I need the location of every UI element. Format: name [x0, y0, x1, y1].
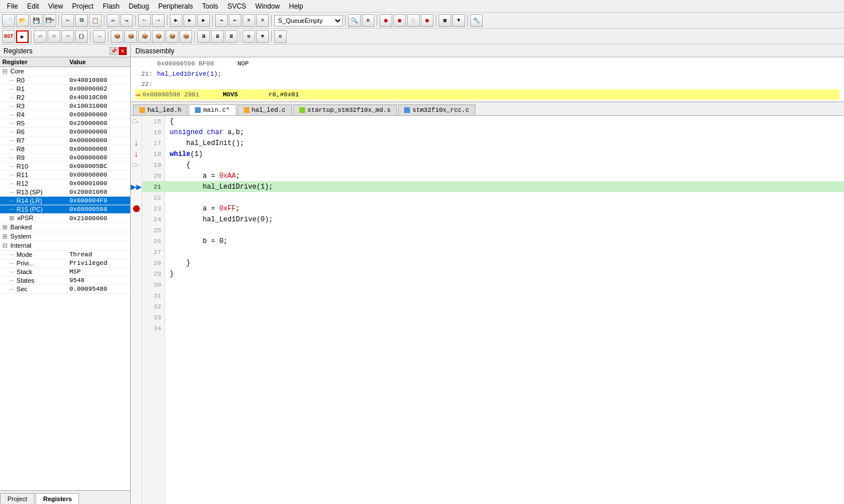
tb2-b17[interactable]: ⚙: [274, 30, 287, 43]
reg-row[interactable]: ─ States9548: [0, 276, 130, 285]
toolbar-new[interactable]: 📄: [2, 14, 15, 27]
reg-row[interactable]: ─ R40x00000000: [0, 111, 130, 119]
tab-project[interactable]: Project: [0, 493, 34, 504]
tb2-b11[interactable]: 📦: [179, 30, 192, 43]
toolbar-b3[interactable]: ▶: [197, 14, 210, 27]
toolbar-undo[interactable]: ↩: [107, 14, 119, 27]
toolbar-b6[interactable]: ▼: [452, 14, 465, 27]
reg-row[interactable]: ─ R13 (SP)0x20001060: [0, 188, 130, 197]
menu-debug[interactable]: Debug: [124, 1, 154, 11]
tb2-b14[interactable]: 🖥: [225, 30, 237, 43]
menu-flash[interactable]: Flash: [98, 1, 124, 11]
code-line[interactable]: }: [165, 257, 844, 268]
code-line[interactable]: {: [165, 116, 844, 127]
toolbar-redo[interactable]: ↪: [120, 14, 133, 27]
expand-icon[interactable]: □-: [132, 118, 140, 125]
code-line[interactable]: [165, 192, 844, 203]
toolbar-circle1[interactable]: ●: [380, 14, 392, 27]
code-line[interactable]: a = 0xAA;: [165, 170, 844, 181]
reg-row[interactable]: ─ R60x00000000: [0, 128, 130, 136]
code-line[interactable]: [165, 301, 844, 312]
code-line[interactable]: {: [165, 159, 844, 170]
reg-row[interactable]: ⊞ xPSR0x21000000: [0, 214, 130, 223]
function-dropdown[interactable]: S_QueueEmpty: [274, 15, 343, 26]
tb2-b13[interactable]: 🖥: [211, 30, 224, 43]
panel-close-icon[interactable]: ✕: [119, 47, 127, 55]
reg-row[interactable]: ─ R10x00000002: [0, 85, 130, 93]
code-line[interactable]: hal_Led1Drive(0);: [165, 214, 844, 225]
rst-button[interactable]: RST: [2, 30, 15, 43]
menu-window[interactable]: Window: [251, 1, 284, 11]
debug-run-btn[interactable]: ▶: [16, 30, 29, 43]
menu-tools[interactable]: Tools: [198, 1, 223, 11]
toolbar-wrench[interactable]: 🔧: [470, 14, 483, 27]
code-line[interactable]: [165, 290, 844, 301]
tb2-b15[interactable]: ⊞: [243, 30, 255, 43]
reg-row[interactable]: ─ Sec0.00095480: [0, 285, 130, 294]
toolbar-circle3[interactable]: ○: [407, 14, 420, 27]
reg-row[interactable]: ─ R50x20000000: [0, 119, 130, 128]
toolbar-b4[interactable]: ⚙: [362, 14, 374, 27]
reg-row[interactable]: ─ R15 (PC)0x08000598: [0, 205, 130, 214]
toolbar-format2[interactable]: ≡: [256, 14, 269, 27]
code-line[interactable]: unsigned char a,b;: [165, 127, 844, 138]
toolbar-circle4[interactable]: ●: [421, 14, 433, 27]
tb2-b2[interactable]: ⏎: [48, 30, 60, 43]
toolbar-copy[interactable]: ⧉: [75, 14, 88, 27]
tb2-b6[interactable]: 📦: [111, 30, 123, 43]
code-line[interactable]: [165, 323, 844, 334]
reg-row[interactable]: ─ R100x080005BC: [0, 162, 130, 171]
code-line[interactable]: b = 0;: [165, 236, 844, 247]
menu-help[interactable]: Help: [284, 1, 308, 11]
tb2-b4[interactable]: {}: [75, 30, 88, 43]
toolbar-nav-back[interactable]: ←: [138, 14, 151, 27]
tab-hal-led-h[interactable]: hal_led.h: [133, 104, 187, 115]
code-line[interactable]: hal_Led1Drive(1);: [165, 181, 844, 192]
reg-row[interactable]: ⊞ System: [0, 232, 130, 241]
toolbar-save-all[interactable]: 💾+: [44, 14, 56, 27]
toolbar-b2[interactable]: ▶: [183, 14, 196, 27]
toolbar-cut[interactable]: ✂: [61, 14, 74, 27]
tab-hal-led-c[interactable]: hal_led.c: [237, 104, 292, 115]
reg-row[interactable]: ─ R20x40010C00: [0, 93, 130, 102]
menu-peripherals[interactable]: Peripherals: [154, 1, 198, 11]
toolbar-indent[interactable]: ⇥: [215, 14, 228, 27]
toolbar-save[interactable]: 💾: [30, 14, 42, 27]
toolbar-paste[interactable]: 📋: [89, 14, 101, 27]
reg-row[interactable]: ─ R110x00000000: [0, 171, 130, 179]
toolbar-nav-fwd[interactable]: →: [152, 14, 165, 27]
code-line[interactable]: [165, 279, 844, 290]
code-line[interactable]: [165, 312, 844, 323]
reg-row[interactable]: ─ R30x10031000: [0, 102, 130, 111]
reg-row[interactable]: ─ R00x40010800: [0, 76, 130, 85]
code-lines[interactable]: { unsigned char a,b; hal_LedInit(); whil…: [165, 116, 844, 504]
reg-row[interactable]: ─ R14 (LR)0x080004F9: [0, 197, 130, 205]
tb2-b1[interactable]: ⏎: [34, 30, 46, 43]
menu-file[interactable]: File: [2, 1, 22, 11]
panel-pin-icon[interactable]: 📌: [110, 47, 118, 55]
menu-project[interactable]: Project: [68, 1, 98, 11]
code-line[interactable]: while(1): [165, 149, 844, 159]
reg-row[interactable]: ─ R70x00000000: [0, 136, 130, 145]
tb2-b7[interactable]: 📦: [124, 30, 137, 43]
code-line[interactable]: }: [165, 268, 844, 279]
toolbar-open[interactable]: 📂: [16, 14, 29, 27]
tb2-b8[interactable]: 📦: [138, 30, 151, 43]
tb2-b16[interactable]: ▼: [256, 30, 269, 43]
reg-row[interactable]: ─ Privi...Privileged: [0, 259, 130, 268]
tab-startup[interactable]: startup_stm32f10x_md.s: [293, 104, 397, 115]
reg-row[interactable]: ─ R120x00001000: [0, 179, 130, 188]
reg-row[interactable]: ─ R80x00000000: [0, 145, 130, 154]
code-line[interactable]: [165, 247, 844, 257]
reg-row[interactable]: ─ ModeThread: [0, 251, 130, 259]
toolbar-format1[interactable]: ≡: [243, 14, 255, 27]
toolbar-search[interactable]: 🔍: [348, 14, 361, 27]
tab-main-c[interactable]: main.c*: [189, 104, 236, 115]
tb2-b5[interactable]: →: [93, 30, 106, 43]
reg-row[interactable]: ─ StackMSP: [0, 268, 130, 276]
toolbar-b1[interactable]: ▶: [170, 14, 182, 27]
code-line[interactable]: hal_LedInit();: [165, 138, 844, 149]
tab-rcc[interactable]: stm32f10x_rcc.c: [398, 104, 475, 115]
toolbar-b5[interactable]: ▦: [439, 14, 451, 27]
code-line[interactable]: [165, 225, 844, 236]
